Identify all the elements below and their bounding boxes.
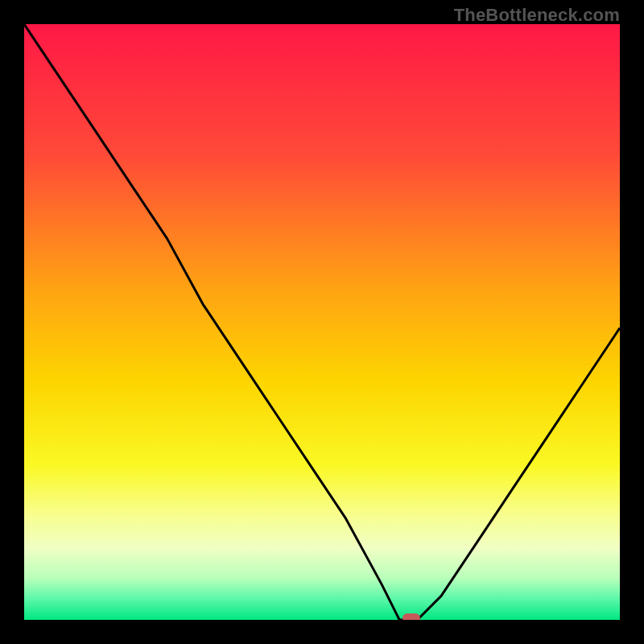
bottleneck-chart xyxy=(24,24,620,620)
gradient-background xyxy=(24,24,620,620)
chart-frame: TheBottleneck.com xyxy=(0,0,644,644)
watermark-label: TheBottleneck.com xyxy=(454,5,620,26)
optimum-marker xyxy=(402,613,420,620)
